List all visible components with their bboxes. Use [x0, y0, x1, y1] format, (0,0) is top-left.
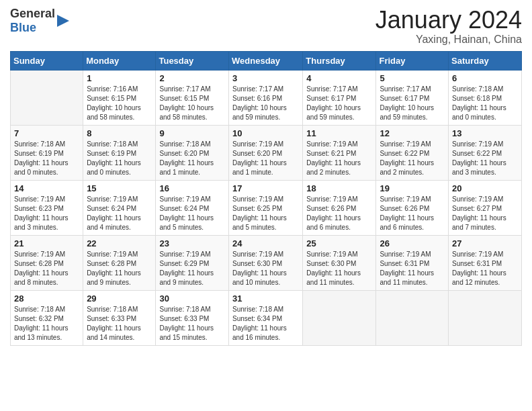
calendar-week-row: 14Sunrise: 7:19 AMSunset: 6:23 PMDayligh… — [11, 180, 522, 235]
day-info: Sunrise: 7:17 AMSunset: 6:17 PMDaylight:… — [306, 85, 372, 122]
day-number: 5 — [380, 73, 445, 83]
day-info: Sunrise: 7:17 AMSunset: 6:17 PMDaylight:… — [380, 85, 445, 122]
day-number: 25 — [306, 238, 372, 248]
calendar-day-cell — [449, 290, 522, 345]
day-number: 29 — [87, 293, 152, 304]
logo-text: General Blue — [10, 7, 55, 35]
day-info: Sunrise: 7:18 AMSunset: 6:18 PMDaylight:… — [452, 85, 518, 122]
calendar-day-cell: 4Sunrise: 7:17 AMSunset: 6:17 PMDaylight… — [303, 70, 376, 125]
calendar-day-cell: 8Sunrise: 7:18 AMSunset: 6:19 PMDaylight… — [83, 125, 156, 180]
calendar-day-cell: 22Sunrise: 7:19 AMSunset: 6:28 PMDayligh… — [83, 235, 156, 290]
svg-marker-0 — [57, 15, 69, 27]
calendar-table: SundayMondayTuesdayWednesdayThursdayFrid… — [10, 51, 522, 346]
logo-general: General — [10, 7, 55, 20]
calendar-day-cell: 14Sunrise: 7:19 AMSunset: 6:23 PMDayligh… — [11, 180, 83, 235]
calendar-day-cell: 10Sunrise: 7:19 AMSunset: 6:20 PMDayligh… — [229, 125, 303, 180]
day-of-week-header: Wednesday — [229, 51, 303, 70]
calendar-day-cell: 23Sunrise: 7:19 AMSunset: 6:29 PMDayligh… — [156, 235, 229, 290]
day-number: 21 — [14, 238, 79, 248]
day-info: Sunrise: 7:18 AMSunset: 6:34 PMDaylight:… — [232, 305, 299, 342]
day-number: 8 — [87, 128, 152, 138]
day-number: 1 — [87, 73, 152, 83]
day-number: 12 — [380, 128, 445, 138]
calendar-day-cell: 29Sunrise: 7:18 AMSunset: 6:33 PMDayligh… — [83, 290, 156, 345]
calendar-day-cell: 3Sunrise: 7:17 AMSunset: 6:16 PMDaylight… — [229, 70, 303, 125]
logo-blue: Blue — [10, 21, 36, 34]
day-number: 3 — [232, 73, 299, 83]
day-number: 4 — [306, 73, 372, 83]
day-info: Sunrise: 7:17 AMSunset: 6:16 PMDaylight:… — [232, 85, 299, 122]
day-number: 17 — [232, 183, 299, 193]
day-info: Sunrise: 7:16 AMSunset: 6:15 PMDaylight:… — [87, 85, 152, 122]
calendar-day-cell: 1Sunrise: 7:16 AMSunset: 6:15 PMDaylight… — [83, 70, 156, 125]
calendar-day-cell: 25Sunrise: 7:19 AMSunset: 6:30 PMDayligh… — [303, 235, 376, 290]
day-info: Sunrise: 7:18 AMSunset: 6:19 PMDaylight:… — [14, 140, 79, 177]
day-of-week-header: Tuesday — [156, 51, 229, 70]
day-number: 7 — [14, 128, 79, 138]
day-number: 11 — [306, 128, 372, 138]
calendar-day-cell: 11Sunrise: 7:19 AMSunset: 6:21 PMDayligh… — [303, 125, 376, 180]
day-number: 2 — [159, 73, 225, 83]
day-info: Sunrise: 7:17 AMSunset: 6:15 PMDaylight:… — [159, 85, 225, 122]
day-number: 15 — [87, 183, 152, 193]
day-info: Sunrise: 7:19 AMSunset: 6:22 PMDaylight:… — [380, 140, 445, 177]
calendar-day-cell: 9Sunrise: 7:18 AMSunset: 6:20 PMDaylight… — [156, 125, 229, 180]
day-number: 23 — [159, 238, 225, 248]
day-info: Sunrise: 7:18 AMSunset: 6:32 PMDaylight:… — [14, 305, 79, 342]
logo: General Blue — [10, 7, 71, 35]
month-year-title: January 2024 — [375, 7, 522, 34]
day-info: Sunrise: 7:19 AMSunset: 6:27 PMDaylight:… — [452, 195, 518, 232]
page-header: General Blue January 2024 Yaxing, Hainan… — [10, 7, 522, 46]
calendar-day-cell: 27Sunrise: 7:19 AMSunset: 6:31 PMDayligh… — [449, 235, 522, 290]
calendar-day-cell — [11, 70, 83, 125]
day-info: Sunrise: 7:19 AMSunset: 6:26 PMDaylight:… — [306, 195, 372, 232]
calendar-day-cell: 2Sunrise: 7:17 AMSunset: 6:15 PMDaylight… — [156, 70, 229, 125]
day-number: 13 — [452, 128, 518, 138]
calendar-day-cell: 24Sunrise: 7:19 AMSunset: 6:30 PMDayligh… — [229, 235, 303, 290]
day-number: 30 — [159, 293, 225, 304]
day-info: Sunrise: 7:19 AMSunset: 6:22 PMDaylight:… — [452, 140, 518, 177]
day-info: Sunrise: 7:19 AMSunset: 6:23 PMDaylight:… — [14, 195, 79, 232]
day-info: Sunrise: 7:18 AMSunset: 6:19 PMDaylight:… — [87, 140, 152, 177]
calendar-week-row: 28Sunrise: 7:18 AMSunset: 6:32 PMDayligh… — [11, 290, 522, 345]
day-number: 20 — [452, 183, 518, 193]
calendar-day-cell: 21Sunrise: 7:19 AMSunset: 6:28 PMDayligh… — [11, 235, 83, 290]
calendar-day-cell: 7Sunrise: 7:18 AMSunset: 6:19 PMDaylight… — [11, 125, 83, 180]
day-info: Sunrise: 7:19 AMSunset: 6:24 PMDaylight:… — [159, 195, 225, 232]
day-number: 6 — [452, 73, 518, 83]
calendar-day-cell: 19Sunrise: 7:19 AMSunset: 6:26 PMDayligh… — [376, 180, 449, 235]
calendar-day-cell: 6Sunrise: 7:18 AMSunset: 6:18 PMDaylight… — [449, 70, 522, 125]
calendar-day-cell: 12Sunrise: 7:19 AMSunset: 6:22 PMDayligh… — [376, 125, 449, 180]
day-number: 31 — [232, 293, 299, 304]
day-info: Sunrise: 7:18 AMSunset: 6:20 PMDaylight:… — [159, 140, 225, 177]
calendar-day-cell: 31Sunrise: 7:18 AMSunset: 6:34 PMDayligh… — [229, 290, 303, 345]
location-subtitle: Yaxing, Hainan, China — [375, 34, 522, 46]
day-number: 27 — [452, 238, 518, 248]
logo-arrow-icon — [57, 13, 71, 28]
day-number: 14 — [14, 183, 79, 193]
day-number: 9 — [159, 128, 225, 138]
day-info: Sunrise: 7:19 AMSunset: 6:31 PMDaylight:… — [452, 250, 518, 287]
day-number: 28 — [14, 293, 79, 304]
calendar-day-cell: 15Sunrise: 7:19 AMSunset: 6:24 PMDayligh… — [83, 180, 156, 235]
day-info: Sunrise: 7:19 AMSunset: 6:30 PMDaylight:… — [306, 250, 372, 287]
day-number: 19 — [380, 183, 445, 193]
calendar-day-cell: 28Sunrise: 7:18 AMSunset: 6:32 PMDayligh… — [11, 290, 83, 345]
day-number: 16 — [159, 183, 225, 193]
calendar-day-cell — [376, 290, 449, 345]
calendar-day-cell: 20Sunrise: 7:19 AMSunset: 6:27 PMDayligh… — [449, 180, 522, 235]
day-number: 18 — [306, 183, 372, 193]
day-of-week-header: Friday — [376, 51, 449, 70]
calendar-week-row: 7Sunrise: 7:18 AMSunset: 6:19 PMDaylight… — [11, 125, 522, 180]
calendar-day-cell: 5Sunrise: 7:17 AMSunset: 6:17 PMDaylight… — [376, 70, 449, 125]
day-info: Sunrise: 7:19 AMSunset: 6:31 PMDaylight:… — [380, 250, 445, 287]
day-info: Sunrise: 7:19 AMSunset: 6:24 PMDaylight:… — [87, 195, 152, 232]
day-number: 22 — [87, 238, 152, 248]
day-info: Sunrise: 7:19 AMSunset: 6:28 PMDaylight:… — [14, 250, 79, 287]
day-info: Sunrise: 7:19 AMSunset: 6:26 PMDaylight:… — [380, 195, 445, 232]
day-info: Sunrise: 7:19 AMSunset: 6:28 PMDaylight:… — [87, 250, 152, 287]
day-of-week-header: Thursday — [303, 51, 376, 70]
day-of-week-header: Saturday — [449, 51, 522, 70]
calendar-day-cell: 16Sunrise: 7:19 AMSunset: 6:24 PMDayligh… — [156, 180, 229, 235]
day-info: Sunrise: 7:19 AMSunset: 6:21 PMDaylight:… — [306, 140, 372, 177]
